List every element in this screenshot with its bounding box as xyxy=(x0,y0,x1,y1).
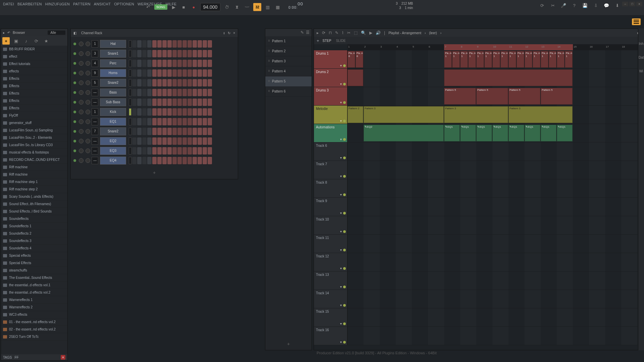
step-cell[interactable] xyxy=(142,137,147,145)
step-cell[interactable] xyxy=(177,40,182,48)
step-cell[interactable] xyxy=(193,60,197,67)
step-cell[interactable] xyxy=(152,89,157,96)
graph-icon[interactable]: ⫾ xyxy=(223,31,225,35)
step-cell[interactable] xyxy=(152,60,157,67)
step-cell[interactable] xyxy=(167,40,172,48)
step-cell[interactable] xyxy=(157,99,162,106)
step-cell[interactable] xyxy=(152,137,157,145)
vol-knob[interactable] xyxy=(86,61,90,66)
step-cell[interactable] xyxy=(182,147,187,155)
step-cell[interactable] xyxy=(193,99,197,106)
track-mute[interactable] xyxy=(343,249,346,251)
channel-led[interactable] xyxy=(73,120,76,123)
wave-icon[interactable]: 〰 xyxy=(243,3,251,11)
step-cell[interactable] xyxy=(142,60,147,67)
step-cell[interactable] xyxy=(157,89,162,96)
playlist-body[interactable]: Drums 1▾Pa..n 6Pa..n 6Pa..n 1Pa..n 1Pa..… xyxy=(314,50,642,350)
track-mute[interactable] xyxy=(343,193,346,196)
step-cell[interactable] xyxy=(162,89,167,96)
track-header[interactable]: Drums 1▾ xyxy=(314,50,347,68)
track-lane[interactable] xyxy=(347,142,642,161)
channel-led[interactable] xyxy=(73,52,76,55)
step-cell[interactable] xyxy=(187,89,192,96)
clip[interactable]: Pattern 2 xyxy=(347,106,363,123)
menu-optionen[interactable]: OPTIONEN xyxy=(112,1,136,7)
clip[interactable]: Pa..n 1 xyxy=(517,51,524,68)
browser-item[interactable]: Warnereffects 2 xyxy=(1,304,67,311)
step-cell[interactable] xyxy=(208,137,212,145)
browser-item[interactable]: Effects xyxy=(1,105,67,112)
step-cell[interactable] xyxy=(182,69,187,77)
browser-item[interactable]: RECORD CRAC..OUND EFFECT xyxy=(1,156,67,164)
track-lane[interactable] xyxy=(347,327,642,345)
channel-name-button[interactable]: Snare1 xyxy=(100,50,126,58)
clip[interactable]: Pattern 3 xyxy=(364,106,444,123)
step-cell[interactable] xyxy=(147,137,152,145)
step-cell[interactable] xyxy=(157,50,162,57)
step-cell[interactable] xyxy=(182,79,187,86)
step-cell[interactable] xyxy=(137,69,142,77)
step-cell[interactable] xyxy=(132,99,137,106)
step-cell[interactable] xyxy=(208,69,212,77)
track-mini-icon[interactable]: ▾ xyxy=(340,211,342,215)
clip[interactable]: Pattern 5 xyxy=(476,88,508,105)
clip[interactable]: ✎EQ1 xyxy=(508,125,524,141)
back-icon[interactable]: ↶ xyxy=(7,31,10,35)
step-cell[interactable] xyxy=(137,128,142,135)
step-cell[interactable] xyxy=(208,99,212,106)
step-cell[interactable] xyxy=(147,60,152,67)
pan-knob[interactable] xyxy=(79,119,84,124)
add-track-button[interactable]: + xyxy=(317,38,319,43)
channel-led[interactable] xyxy=(73,101,76,104)
step-cell[interactable] xyxy=(203,157,207,164)
step-cell[interactable] xyxy=(162,50,167,57)
channel-led[interactable] xyxy=(73,72,76,74)
track-mini-icon[interactable]: ▾ xyxy=(340,64,342,67)
pan-knob[interactable] xyxy=(79,100,84,105)
pan-knob[interactable] xyxy=(79,51,84,56)
step-cell[interactable] xyxy=(152,50,157,57)
step-cell[interactable] xyxy=(167,147,172,155)
browser-item[interactable]: LucasFilm Sou..2 - Elements xyxy=(1,134,67,141)
pl-brush-icon[interactable]: ⌇ xyxy=(342,31,344,35)
step-cell[interactable] xyxy=(157,147,162,155)
step-cell[interactable] xyxy=(167,89,172,96)
step-cell[interactable] xyxy=(162,137,167,145)
step-cell[interactable] xyxy=(147,50,152,57)
channel-led[interactable] xyxy=(73,140,76,142)
step-cell[interactable] xyxy=(142,99,147,106)
channel-select[interactable] xyxy=(129,157,131,164)
channel-led[interactable] xyxy=(73,62,76,65)
bars-icon[interactable]: ▥ xyxy=(264,3,271,11)
tempo-display[interactable]: 94.000 xyxy=(200,3,221,11)
step-cell[interactable] xyxy=(167,99,172,106)
clip[interactable]: ✎EQ1 xyxy=(557,125,573,141)
clip[interactable]: Pa..n 1 xyxy=(460,51,468,68)
track-lane[interactable]: Pa..n 6Pa..n 6Pa..n 1Pa..n 1Pa..n 1Pa..n… xyxy=(347,50,642,68)
browser-item[interactable]: musical effects & footsteps xyxy=(1,149,67,156)
pan-knob[interactable] xyxy=(79,80,84,85)
track-mute[interactable] xyxy=(343,120,346,122)
track-header[interactable]: Track 10▾ xyxy=(314,216,347,234)
menu-datei[interactable]: DATEI xyxy=(1,1,16,7)
browser-item[interactable]: Effect tutorials xyxy=(1,60,67,68)
track-header[interactable]: Track 16▾ xyxy=(314,327,347,345)
step-cell[interactable] xyxy=(187,40,192,48)
browser-item[interactable]: LucasFilm Soun..s) Sampling xyxy=(1,127,67,134)
time-display[interactable]: 0:00:00 xyxy=(288,1,303,11)
add-pattern-button[interactable]: + xyxy=(265,339,312,349)
channel-name-button[interactable]: EQ3 xyxy=(100,147,126,155)
step-cell[interactable] xyxy=(193,89,197,96)
step-cell[interactable] xyxy=(142,69,147,77)
clip[interactable]: Pa..n 1 xyxy=(476,51,484,68)
browser-item[interactable]: Special effects xyxy=(1,252,67,259)
pattern-item[interactable]: ⠿Pattern 1 xyxy=(265,36,312,46)
step-cell[interactable] xyxy=(132,128,137,135)
step-cell[interactable] xyxy=(137,50,142,57)
track-header[interactable]: Track 7▾ xyxy=(314,161,347,179)
step-cell[interactable] xyxy=(182,108,187,116)
track-mini-icon[interactable]: ▾ xyxy=(340,193,342,196)
step-cell[interactable] xyxy=(172,60,177,67)
track-mute[interactable] xyxy=(343,286,346,288)
clip[interactable]: ✎EQ2 xyxy=(364,125,444,141)
